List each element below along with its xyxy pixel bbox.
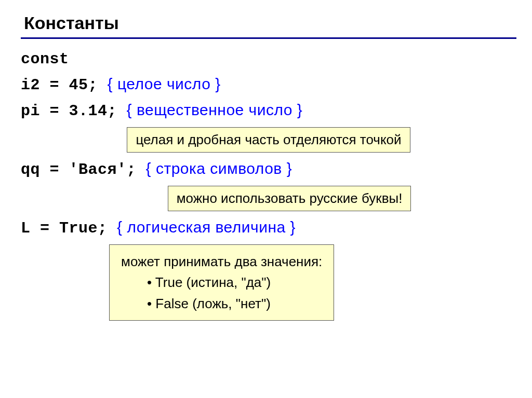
line-qq: qq = 'Вася'; { строка символов } [21, 160, 516, 179]
note-bool: может принимать два значения: True (исти… [109, 244, 334, 321]
horizontal-rule [21, 37, 516, 39]
note-russian-row: можно использовать русские буквы! [21, 186, 516, 211]
note-russian: можно использовать русские буквы! [168, 186, 411, 211]
code-l: L = True; [21, 219, 108, 237]
line-pi: pi = 3.14; { вещественное число } [21, 101, 516, 120]
note-bool-false: False (ложь, "нет") [121, 293, 322, 314]
page-title: Константы [24, 13, 516, 33]
code-pi: pi = 3.14; [21, 102, 117, 120]
comment-qq: { строка символов } [146, 160, 292, 177]
note-bool-header: может принимать два значения: [121, 251, 322, 272]
code-i2: i2 = 45; [21, 76, 98, 94]
note-bool-true: True (истина, "да") [121, 272, 322, 293]
comment-pi: { вещественное число } [127, 101, 303, 118]
note-bool-row: может принимать два значения: True (исти… [21, 244, 516, 321]
line-l: L = True; { логическая величина } [21, 218, 516, 237]
note-decimal: целая и дробная часть отделяются точкой [127, 127, 410, 153]
keyword-const: const [21, 50, 516, 68]
comment-i2: { целое число } [108, 75, 221, 92]
comment-l: { логическая величина } [117, 218, 296, 236]
line-i2: i2 = 45; { целое число } [21, 75, 516, 94]
code-qq: qq = 'Вася'; [21, 161, 136, 179]
note-decimal-row: целая и дробная часть отделяются точкой [21, 127, 516, 153]
